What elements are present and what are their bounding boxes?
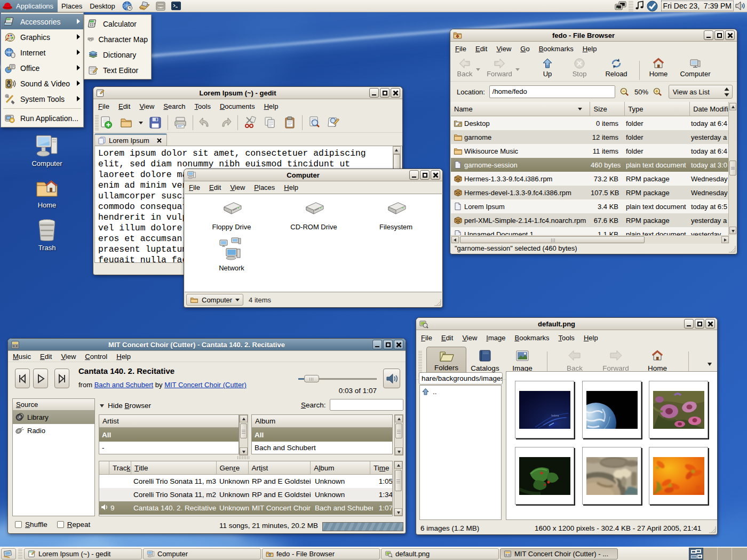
svg-text:fedora: fedora: [551, 414, 559, 417]
svg-text:a: a: [89, 38, 90, 40]
svg-text:b: b: [92, 38, 93, 40]
